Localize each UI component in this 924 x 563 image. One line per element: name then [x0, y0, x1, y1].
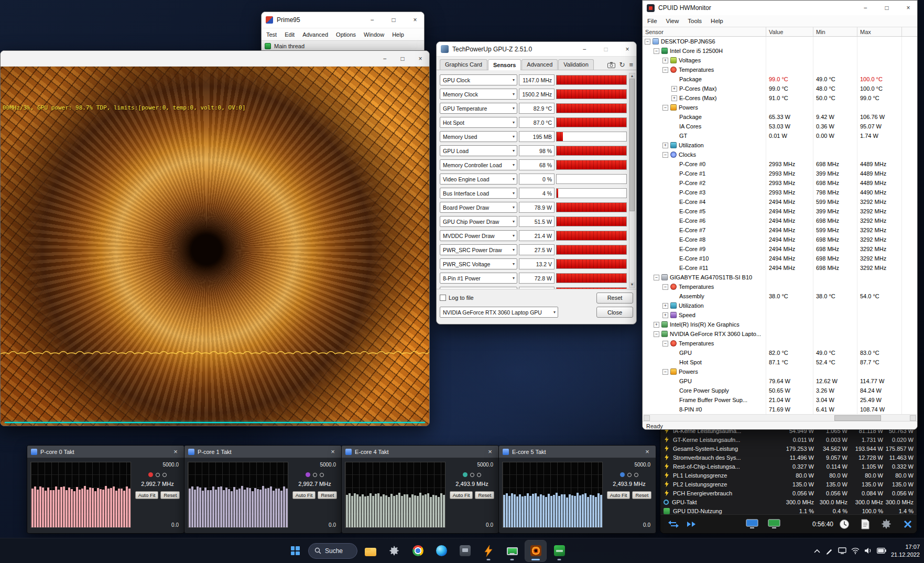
series-dot[interactable]: [162, 473, 167, 477]
menu-advanced[interactable]: Advanced: [302, 31, 328, 38]
table-row[interactable]: −Powers: [643, 367, 917, 376]
close-button[interactable]: Close: [596, 307, 633, 318]
table-row[interactable]: −Temperatures: [643, 339, 917, 348]
vertical-scrollbar[interactable]: ▲ ▼: [629, 73, 635, 288]
tree-collapse-toggle[interactable]: −: [654, 331, 659, 337]
sensor-select[interactable]: Bus Interface Load▾: [440, 188, 517, 199]
table-row[interactable]: +Core Power Supply50.65 W3.26 W84.24 W: [643, 386, 917, 395]
hwmonitor-titlebar[interactable]: CPUID HWMonitor − □ ×: [643, 1, 917, 15]
reset-button[interactable]: Reset: [475, 491, 494, 499]
minimize-button[interactable]: −: [575, 42, 593, 56]
series-dot[interactable]: [156, 473, 160, 477]
tree-collapse-toggle[interactable]: −: [654, 275, 659, 280]
table-row[interactable]: −Temperatures: [643, 65, 917, 74]
menu-help[interactable]: Help: [392, 31, 404, 38]
sensor-row[interactable]: Rest-of-Chip-Leistungsa...0.327 W0.114 W…: [660, 462, 917, 471]
tree-collapse-toggle[interactable]: −: [662, 369, 668, 375]
table-row[interactable]: +P-Core #12993 MHz399 MHz4489 MHz: [643, 169, 917, 178]
taskbar-app-edge[interactable]: [431, 540, 452, 561]
table-row[interactable]: −NVIDIA GeForce RTX 3060 Lapto...: [643, 329, 917, 339]
table-row[interactable]: +8-PIN #071.69 W6.41 W108.74 W: [643, 405, 917, 414]
tree-expand-toggle[interactable]: +: [671, 86, 677, 92]
menu-help[interactable]: Help: [711, 18, 723, 24]
column-value[interactable]: Value: [766, 27, 813, 36]
tree-expand-toggle[interactable]: +: [671, 95, 677, 101]
table-row[interactable]: −Clocks: [643, 150, 917, 159]
series-dot-active[interactable]: [463, 472, 468, 477]
tree-expand-toggle[interactable]: +: [662, 58, 668, 63]
column-min[interactable]: Min: [813, 27, 857, 36]
refresh-icon[interactable]: ↻: [619, 61, 625, 68]
window-titlebar[interactable]: P-core 1 Takt×: [184, 446, 341, 458]
scrollbar-thumb[interactable]: [834, 415, 881, 421]
sensor-row[interactable]: PL2 Leistungsgrenze135.0 W135.0 W135.0 W…: [660, 480, 917, 489]
table-row[interactable]: −DESKTOP-BPJN6S6: [643, 37, 917, 46]
tree-expand-toggle[interactable]: +: [654, 322, 659, 328]
table-row[interactable]: +GPU82.0 °C49.0 °C83.0 °C: [643, 348, 917, 358]
volume-icon[interactable]: [864, 547, 872, 554]
sensor-select[interactable]: Memory Controller Load▾: [440, 159, 517, 170]
taskbar-clock[interactable]: 17:07 21.12.2022: [891, 543, 920, 558]
tree-collapse-toggle[interactable]: −: [662, 105, 668, 111]
window-titlebar[interactable]: P-core 0 Takt×: [27, 446, 184, 458]
display-icon[interactable]: [838, 547, 846, 554]
reset-button[interactable]: Reset: [160, 491, 180, 499]
taskbar-app-monitor-app[interactable]: [502, 540, 523, 561]
pen-icon[interactable]: [825, 547, 833, 555]
series-dot[interactable]: [627, 473, 632, 477]
tree-collapse-toggle[interactable]: −: [662, 284, 668, 290]
camera-icon[interactable]: [607, 62, 615, 68]
wifi-icon[interactable]: [851, 547, 860, 554]
table-row[interactable]: +E-Core #102494 MHz698 MHz3292 MHz: [643, 254, 917, 263]
close-button[interactable]: ×: [406, 12, 424, 28]
table-row[interactable]: +Voltages: [643, 56, 917, 65]
tree-collapse-toggle[interactable]: −: [654, 48, 659, 54]
table-row[interactable]: +GPU79.64 W12.62 W114.77 W: [643, 376, 917, 386]
table-row[interactable]: +E-Core #52494 MHz399 MHz3292 MHz: [643, 207, 917, 216]
hidden-icons-chevron-icon[interactable]: [813, 548, 821, 554]
horizontal-scrollbar[interactable]: [643, 414, 917, 421]
tab-validation[interactable]: Validation: [558, 59, 594, 70]
scrollbar-thumb[interactable]: [629, 79, 635, 211]
close-button[interactable]: ×: [328, 448, 338, 456]
tab-sensors[interactable]: Sensors: [488, 59, 521, 70]
table-row[interactable]: +E-Core #72494 MHz599 MHz3292 MHz: [643, 225, 917, 235]
table-row[interactable]: +Frame Buffer Power Sup...21.04 W3.04 W2…: [643, 395, 917, 405]
menu-icon[interactable]: ≡: [629, 61, 633, 68]
sensor-select[interactable]: PWR_SRC Voltage▾: [440, 258, 517, 269]
close-button[interactable]: ×: [618, 42, 636, 56]
sensor-select[interactable]: Board Power Draw▾: [440, 202, 517, 213]
tree-collapse-toggle[interactable]: −: [662, 152, 668, 158]
report-icon[interactable]: [860, 517, 871, 531]
table-row[interactable]: +P-Core #02993 MHz698 MHz4489 MHz: [643, 159, 917, 169]
sensor-select[interactable]: Memory Used▾: [440, 131, 517, 142]
series-dot-active[interactable]: [148, 472, 153, 477]
scroll-left-arrow[interactable]: [644, 415, 650, 421]
minimize-button[interactable]: −: [376, 51, 394, 66]
series-dot[interactable]: [320, 473, 324, 477]
series-dot[interactable]: [313, 473, 317, 477]
prime95-titlebar[interactable]: Prime95 − □ ×: [262, 12, 424, 28]
series-dot-active[interactable]: [620, 472, 625, 477]
tree-expand-toggle[interactable]: +: [662, 303, 668, 309]
sensor-select[interactable]: MVDDC Power Draw▾: [440, 230, 517, 241]
taskbar-app-system-app[interactable]: [454, 540, 475, 561]
series-dot-active[interactable]: [306, 472, 310, 477]
sensor-select[interactable]: Memory Clock▾: [440, 89, 517, 100]
close-button[interactable]: ×: [411, 51, 429, 66]
close-button[interactable]: ×: [643, 448, 652, 456]
auto-fit-button[interactable]: Auto Fit: [292, 491, 316, 499]
sensor-select[interactable]: PWR_SRC Power Draw▾: [440, 244, 517, 255]
settings-gear-icon[interactable]: [879, 517, 893, 531]
swap-arrows-icon[interactable]: [666, 517, 681, 531]
tree-collapse-toggle[interactable]: −: [662, 341, 668, 347]
table-row[interactable]: +E-Core #62494 MHz698 MHz3292 MHz: [643, 216, 917, 225]
table-row[interactable]: +P-Core #22993 MHz698 MHz4489 MHz: [643, 178, 917, 188]
window-titlebar[interactable]: E-core 4 Takt×: [342, 446, 498, 458]
taskbar-app-gpu-z[interactable]: [478, 540, 499, 561]
sensor-row[interactable]: PL1 Leistungsgrenze80.0 W80.0 W80.0 W80.…: [660, 471, 917, 480]
column-sensor[interactable]: Sensor: [643, 27, 766, 36]
clock-icon[interactable]: [838, 517, 851, 531]
table-row[interactable]: +Assembly38.0 °C38.0 °C54.0 °C: [643, 291, 917, 301]
tree-collapse-toggle[interactable]: −: [662, 67, 668, 73]
